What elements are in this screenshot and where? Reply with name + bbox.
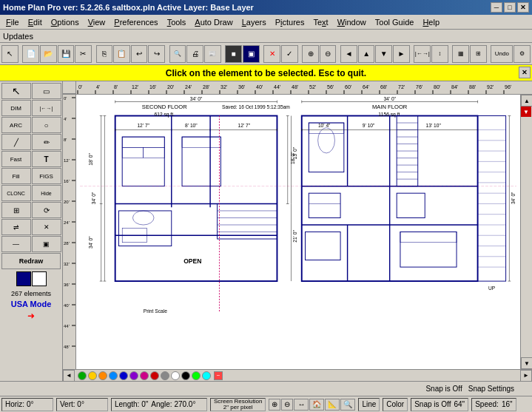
nav-dot-10[interactable] (171, 371, 180, 380)
lt-row-arc: ARC ○ (1, 117, 61, 133)
menu-layers[interactable]: Layers (238, 17, 271, 27)
tb-ruler[interactable]: |←→| (414, 45, 431, 63)
tb-select[interactable]: ↖ (1, 45, 18, 63)
lt-fast-btn[interactable]: Fast (1, 151, 31, 167)
tb-left[interactable]: ◄ (340, 45, 357, 63)
menu-edit[interactable]: Edit (24, 17, 47, 27)
color-secondary[interactable] (32, 271, 47, 286)
nav-dot-6[interactable] (129, 371, 138, 380)
nav-dot-13[interactable] (202, 371, 211, 380)
ruler-marks: 0'4'8'12'16'20'24'28'32'36'40'44'48'52'5… (76, 81, 532, 94)
color-primary[interactable] (16, 271, 31, 286)
tb-grid[interactable]: ▦ (452, 45, 469, 63)
tb-redo[interactable]: ↪ (148, 45, 165, 63)
lt-clonc-btn[interactable]: CLONC (1, 185, 31, 201)
tb-zoom-sel[interactable]: 🔍 (169, 45, 186, 63)
lt-dim2[interactable]: |←→| (32, 100, 61, 116)
lt-mirror[interactable]: ⇌ (1, 219, 31, 235)
tb-undo2[interactable]: Undo (491, 45, 513, 63)
lt-arrow[interactable]: ↖ (1, 83, 31, 99)
lt-misc2[interactable]: ⟳ (32, 202, 61, 218)
nav-dot-7[interactable] (140, 371, 149, 380)
lt-row-1: ↖ ▭ (1, 83, 61, 99)
lt-dim-btn[interactable]: DIM (1, 100, 31, 116)
scrollbar-right[interactable]: ▲ ▼ ▼ (520, 95, 532, 369)
tb-snap[interactable]: ⊞ (470, 45, 487, 63)
nav-dot-11[interactable] (181, 371, 190, 380)
redraw-button[interactable]: Redraw (1, 253, 61, 269)
tb-misc1[interactable]: ⚙ (514, 45, 531, 63)
nav-dot-1[interactable] (78, 371, 87, 380)
scroll-down-arrow[interactable]: ▼ (521, 357, 532, 369)
nav-dot-12[interactable] (192, 371, 201, 380)
tb-open[interactable]: 📂 (40, 45, 57, 63)
lt-circle[interactable]: ○ (32, 117, 61, 133)
nav-dot-8[interactable] (150, 371, 159, 380)
nav-minus[interactable]: − (214, 371, 223, 380)
lt-misc1[interactable]: ⊞ (1, 202, 31, 218)
menu-file[interactable]: File (1, 17, 24, 27)
tb-b1[interactable]: ■ (225, 45, 242, 63)
menu-view[interactable]: View (84, 17, 110, 27)
menu-autodraw[interactable]: Auto Draw (190, 17, 237, 27)
tb-dim[interactable]: ↕ (431, 45, 448, 63)
tb-print[interactable]: 🖨 (186, 45, 203, 63)
svg-text:16': 16' (64, 179, 70, 183)
menu-text[interactable]: Text (309, 17, 332, 27)
tb-undo[interactable]: ↩ (131, 45, 148, 63)
nav-dot-3[interactable] (98, 371, 107, 380)
lt-delete[interactable]: ✕ (32, 219, 61, 235)
menu-toolguide[interactable]: Tool Guide (371, 17, 419, 27)
tb-new[interactable]: 📄 (22, 45, 39, 63)
lt-line[interactable]: ╱ (1, 134, 31, 150)
lt-pen[interactable]: ✏ (32, 134, 61, 150)
lt-fill-btn[interactable]: Fill (1, 168, 31, 184)
tb-save[interactable]: 💾 (58, 45, 75, 63)
lt-rect[interactable]: ▭ (32, 83, 61, 99)
tb-copy[interactable]: ⎘ (96, 45, 113, 63)
minimize-button[interactable]: ─ (491, 2, 502, 13)
zoom-icon-1[interactable]: 🏠 (309, 399, 324, 411)
nav-dot-5[interactable] (119, 371, 128, 380)
zoom-out-btn[interactable]: ⊖ (281, 399, 293, 411)
menu-help[interactable]: Help (418, 17, 444, 27)
zoom-icon-2[interactable]: 📐 (325, 399, 340, 411)
tb-down[interactable]: ▼ (375, 45, 392, 63)
tb-zoom-out[interactable]: ⊖ (320, 45, 337, 63)
lt-figs-btn[interactable]: FIGS (32, 168, 61, 184)
menu-tools[interactable]: Tools (163, 17, 191, 27)
maximize-button[interactable]: □ (504, 2, 516, 13)
canvas[interactable]: SECOND FLOOR 612 sq ft. Saved: 16 Oct 19… (76, 95, 520, 369)
tb-b2[interactable]: ▣ (243, 45, 260, 63)
menu-window[interactable]: Window (333, 17, 371, 27)
notification-close-button[interactable]: ✕ (519, 67, 531, 78)
zoom-fit-btn[interactable]: ↔ (294, 399, 309, 411)
tb-zoom-in[interactable]: ⊕ (302, 45, 319, 63)
nav-dot-2[interactable] (88, 371, 97, 380)
tb-paste[interactable]: 📋 (113, 45, 130, 63)
lt-dash[interactable]: — (1, 236, 31, 252)
scroll-left-arrow[interactable]: ◄ (63, 370, 75, 382)
zoom-icon-3[interactable]: 🔍 (340, 399, 355, 411)
lt-arc-btn[interactable]: ARC (1, 117, 31, 133)
scroll-right-arrow[interactable]: ► (520, 370, 532, 382)
tb-right[interactable]: ► (393, 45, 410, 63)
menu-preferences[interactable]: Preferences (110, 17, 162, 27)
lt-misc3[interactable]: ▣ (32, 236, 61, 252)
lt-text[interactable]: T (32, 151, 61, 167)
close-button[interactable]: ✕ (517, 2, 529, 13)
title-bar: Home Plan Pro ver: 5.2.26.6 saltbox.pln … (0, 0, 532, 15)
menu-pictures[interactable]: Pictures (271, 17, 309, 27)
nav-dot-4[interactable] (109, 371, 118, 380)
scroll-track-right[interactable] (521, 117, 532, 357)
tb-check[interactable]: ✓ (281, 45, 298, 63)
tb-print2[interactable]: 📰 (204, 45, 221, 63)
scroll-up-arrow[interactable]: ▲ (521, 95, 532, 107)
nav-dot-9[interactable] (161, 371, 169, 380)
tb-stop[interactable]: ✕ (263, 45, 280, 63)
zoom-in-btn[interactable]: ⊕ (269, 399, 280, 411)
tb-up[interactable]: ▲ (358, 45, 375, 63)
menu-options[interactable]: Options (47, 17, 84, 27)
lt-hide-btn[interactable]: Hide (32, 185, 61, 201)
tb-cut[interactable]: ✂ (75, 45, 92, 63)
